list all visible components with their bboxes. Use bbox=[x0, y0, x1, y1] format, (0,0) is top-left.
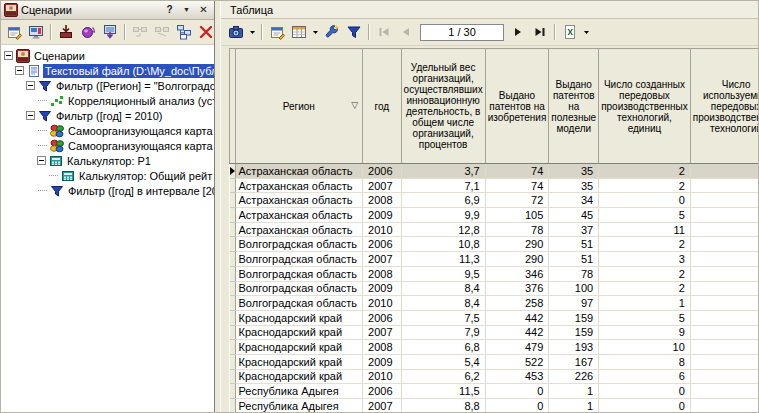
cell[interactable]: Волгоградская область bbox=[235, 237, 363, 252]
cell[interactable]: 2 bbox=[599, 266, 691, 281]
cell[interactable] bbox=[690, 237, 758, 252]
cell[interactable]: Республика Адыгея bbox=[235, 399, 363, 413]
cell[interactable]: 3,7 bbox=[401, 164, 485, 179]
cell[interactable]: 522 bbox=[485, 354, 549, 369]
cell[interactable]: Астраханская область bbox=[235, 178, 363, 193]
cell[interactable] bbox=[690, 266, 758, 281]
cell[interactable]: 159 bbox=[549, 325, 599, 340]
cell[interactable]: 2006 bbox=[363, 310, 401, 325]
cell[interactable]: 9 bbox=[599, 325, 691, 340]
next-row-button[interactable] bbox=[507, 22, 529, 42]
cell[interactable]: 2 bbox=[599, 281, 691, 296]
cell[interactable] bbox=[690, 354, 758, 369]
filter-button[interactable] bbox=[343, 22, 365, 42]
cell[interactable]: 72 bbox=[485, 193, 549, 208]
cell[interactable] bbox=[690, 296, 758, 311]
cell[interactable]: 6 bbox=[599, 369, 691, 384]
cell[interactable]: Краснодарский край bbox=[235, 369, 363, 384]
last-row-button[interactable] bbox=[529, 22, 551, 42]
cell[interactable]: Краснодарский край bbox=[235, 340, 363, 355]
cell[interactable]: Астраханская область bbox=[235, 193, 363, 208]
table-row[interactable]: Республика Адыгея20078,8010 bbox=[230, 399, 759, 413]
expand-toggle[interactable] bbox=[26, 81, 35, 90]
cell[interactable] bbox=[690, 369, 758, 384]
dropdown-button[interactable]: ▼ bbox=[179, 3, 194, 17]
cell[interactable]: 8,4 bbox=[401, 296, 485, 311]
column-header[interactable]: Число используемых передовых производств… bbox=[690, 49, 758, 164]
cell[interactable]: 10 bbox=[599, 340, 691, 355]
cell[interactable]: Краснодарский край bbox=[235, 325, 363, 340]
tree-item[interactable]: Корреляционный анализ (уст bbox=[1, 93, 214, 108]
properties-button[interactable] bbox=[3, 22, 25, 42]
cell[interactable]: 2006 bbox=[363, 237, 401, 252]
cell[interactable]: Краснодарский край bbox=[235, 310, 363, 325]
cell[interactable] bbox=[690, 252, 758, 267]
cell[interactable]: 0 bbox=[599, 384, 691, 399]
cell[interactable] bbox=[690, 164, 758, 179]
cell[interactable]: Астраханская область bbox=[235, 222, 363, 237]
cell[interactable]: Астраханская область bbox=[235, 164, 363, 179]
cell[interactable]: 12,8 bbox=[401, 222, 485, 237]
cell[interactable]: 2008 bbox=[363, 193, 401, 208]
cell[interactable]: 35 bbox=[549, 164, 599, 179]
table-row[interactable]: Волгоградская область200711,3290513 bbox=[230, 252, 759, 267]
cell[interactable]: 2009 bbox=[363, 354, 401, 369]
cell[interactable]: 290 bbox=[485, 252, 549, 267]
cell[interactable]: 159 bbox=[549, 310, 599, 325]
scenarios-titlebar[interactable]: Сценарии ?▼✕ bbox=[1, 1, 214, 20]
expand-toggle[interactable] bbox=[37, 156, 46, 165]
column-header[interactable]: Выдано патентов на изобретения bbox=[485, 49, 549, 164]
cell[interactable]: 51 bbox=[549, 252, 599, 267]
cell[interactable]: 37 bbox=[549, 222, 599, 237]
cell[interactable]: 2 bbox=[599, 178, 691, 193]
cell[interactable]: 167 bbox=[549, 354, 599, 369]
cell[interactable]: 78 bbox=[549, 266, 599, 281]
cell[interactable]: 442 bbox=[485, 325, 549, 340]
cell[interactable]: Волгоградская область bbox=[235, 296, 363, 311]
cell[interactable]: 3 bbox=[599, 252, 691, 267]
cell[interactable]: 51 bbox=[549, 237, 599, 252]
cell[interactable]: 74 bbox=[485, 178, 549, 193]
cell[interactable]: 6,8 bbox=[401, 340, 485, 355]
cell[interactable]: 7,5 bbox=[401, 310, 485, 325]
cell[interactable]: 346 bbox=[485, 266, 549, 281]
cell[interactable] bbox=[690, 222, 758, 237]
columns-dropdown[interactable] bbox=[310, 22, 321, 42]
tree-item[interactable]: Калькулятор: Р1 bbox=[1, 153, 214, 168]
view-mode-button[interactable] bbox=[225, 22, 247, 42]
cell[interactable]: Республика Адыгея bbox=[235, 384, 363, 399]
column-header[interactable]: год bbox=[363, 49, 401, 164]
cell[interactable]: 479 bbox=[485, 340, 549, 355]
cell[interactable]: 74 bbox=[485, 164, 549, 179]
table-row[interactable]: Астраханская область20086,972340 bbox=[230, 193, 759, 208]
cell[interactable]: 5,4 bbox=[401, 354, 485, 369]
cell[interactable]: 0 bbox=[485, 399, 549, 413]
cell[interactable]: 1 bbox=[549, 399, 599, 413]
cell[interactable]: 97 bbox=[549, 296, 599, 311]
table-row[interactable]: Республика Адыгея200611,5010 bbox=[230, 384, 759, 399]
table-row[interactable]: Волгоградская область200610,8290512 bbox=[230, 237, 759, 252]
cell[interactable] bbox=[690, 178, 758, 193]
tree-item[interactable]: Фильтр ([год] в интервале [2009 bbox=[1, 183, 214, 198]
cell[interactable]: 8,8 bbox=[401, 399, 485, 413]
column-header[interactable]: Выдано патентов на полезные модели bbox=[549, 49, 599, 164]
import-button[interactable] bbox=[55, 22, 77, 42]
row-pager[interactable] bbox=[420, 24, 504, 41]
table-row[interactable]: Астраханская область20077,174352 bbox=[230, 178, 759, 193]
cell[interactable]: 6,9 bbox=[401, 193, 485, 208]
cell[interactable]: 2006 bbox=[363, 164, 401, 179]
cell[interactable]: 45 bbox=[549, 208, 599, 223]
cell[interactable]: 10,8 bbox=[401, 237, 485, 252]
cell[interactable]: 5 bbox=[599, 310, 691, 325]
row-indicator[interactable] bbox=[230, 164, 236, 179]
expand-toggle[interactable] bbox=[4, 51, 13, 60]
table-row[interactable]: Краснодарский край20086,847919310 bbox=[230, 340, 759, 355]
cell[interactable]: 1 bbox=[599, 296, 691, 311]
table-row[interactable]: Волгоградская область20098,43761002 bbox=[230, 281, 759, 296]
cell[interactable]: 453 bbox=[485, 369, 549, 384]
cell[interactable]: 11,5 bbox=[401, 384, 485, 399]
delete-button[interactable] bbox=[195, 22, 215, 42]
cell[interactable] bbox=[690, 399, 758, 413]
cell[interactable]: Астраханская область bbox=[235, 208, 363, 223]
expand-toggle[interactable] bbox=[15, 66, 24, 75]
